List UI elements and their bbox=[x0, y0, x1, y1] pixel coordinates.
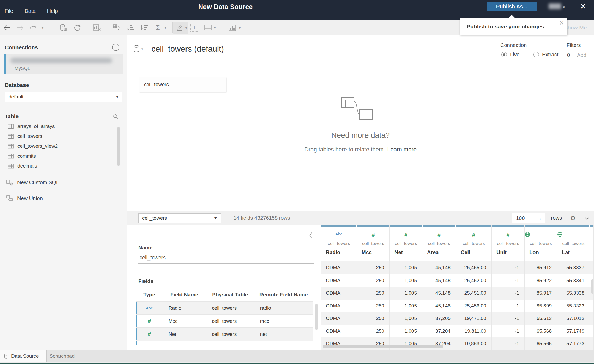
grid-row: CDMA2501,00545,14825,455.00-185.91255.33… bbox=[321, 261, 594, 274]
clear-sheet-icon[interactable] bbox=[93, 24, 101, 31]
grid-column-header[interactable]: Abccell_towersRadio bbox=[321, 225, 357, 261]
fields-col-remote-field-name[interactable]: Remote Field Name bbox=[254, 288, 313, 301]
show-me-button[interactable]: Show Me bbox=[564, 20, 587, 35]
grid-column-header[interactable]: #cell_towersArea bbox=[422, 225, 456, 261]
gear-icon[interactable]: ⚙ bbox=[570, 211, 576, 225]
tab-data-source[interactable]: Data Source bbox=[0, 350, 47, 362]
menu-help[interactable]: Help bbox=[47, 8, 58, 14]
grid-cell-partial bbox=[590, 312, 594, 325]
show-mark-labels-icon[interactable] bbox=[228, 24, 236, 31]
field-row[interactable]: # Mcc cell_towers mcc bbox=[136, 314, 313, 327]
totals-caret-icon[interactable]: ▾ bbox=[165, 26, 166, 29]
row-count-input[interactable] bbox=[512, 215, 531, 221]
toolbar-divider bbox=[55, 22, 55, 33]
refresh-icon[interactable] bbox=[74, 24, 81, 31]
sidebar-table-item[interactable]: decimals bbox=[0, 161, 127, 171]
grid-column-header[interactable]: #cell_towersMcc bbox=[357, 225, 390, 261]
column-field-name: Lat bbox=[562, 249, 570, 255]
sidebar-table-item[interactable]: cell_towers bbox=[0, 131, 127, 141]
chevron-down-icon: ▼ bbox=[214, 216, 217, 220]
totals-icon[interactable]: Σ bbox=[156, 24, 160, 31]
column-field-name: Unit bbox=[496, 249, 507, 255]
tab-scratchpad[interactable]: Scratchpad bbox=[50, 350, 75, 362]
datasource-caret-icon[interactable]: ▾ bbox=[141, 47, 143, 51]
relationship-canvas: ▾ cell_towers (default) Connection Live … bbox=[127, 35, 594, 211]
sort-ascending-icon[interactable] bbox=[127, 24, 134, 31]
extract-radio[interactable]: Extract bbox=[533, 52, 558, 58]
marks-caret-icon[interactable]: ▾ bbox=[239, 26, 241, 29]
datasource-title[interactable]: cell_towers (default) bbox=[152, 44, 224, 54]
topbar-divider bbox=[544, 0, 544, 20]
add-connection-icon[interactable] bbox=[112, 43, 120, 51]
column-table-name: cell_towers bbox=[492, 241, 524, 246]
tooltip-close-icon[interactable]: × bbox=[560, 19, 564, 27]
redo-icon[interactable] bbox=[16, 25, 24, 31]
connection-item[interactable]: MySQL bbox=[4, 54, 123, 74]
learn-more-link[interactable]: Learn more bbox=[387, 146, 417, 153]
fields-col-physical-table[interactable]: Physical Table bbox=[206, 288, 254, 301]
collapse-panel-icon[interactable] bbox=[309, 232, 312, 238]
field-row[interactable]: Abc Radio cell_towers radio bbox=[136, 301, 313, 314]
publish-as-button[interactable]: Publish As... bbox=[487, 2, 537, 11]
grid-cell: 55.3337 bbox=[557, 261, 590, 274]
replay-icon[interactable] bbox=[29, 25, 37, 31]
format-borders-icon[interactable] bbox=[204, 25, 212, 31]
grid-cell: -1 bbox=[492, 325, 525, 338]
table-grid-icon bbox=[8, 124, 14, 129]
new-custom-sql-button[interactable]: New Custom SQL bbox=[0, 177, 127, 188]
database-select[interactable]: default ▾ bbox=[5, 92, 122, 102]
preview-table-select[interactable]: cell_towers ▼ bbox=[138, 213, 221, 223]
grid-cell: -1 bbox=[492, 261, 525, 274]
column-accent-bar bbox=[390, 225, 422, 227]
fields-scrollbar[interactable] bbox=[315, 304, 318, 330]
grid-cell: 19,863.00 bbox=[456, 337, 492, 350]
sidebar-table-item[interactable]: cell_towers_view2 bbox=[0, 141, 127, 151]
grid-column-header[interactable]: #cell_towersCell bbox=[456, 225, 492, 261]
highlight-icon[interactable] bbox=[176, 24, 183, 31]
pause-updates-icon[interactable] bbox=[60, 24, 67, 31]
highlight-caret-icon[interactable]: ▾ bbox=[185, 26, 187, 29]
fields-col-field-name[interactable]: Field Name bbox=[163, 288, 206, 301]
user-avatar[interactable] bbox=[549, 3, 561, 9]
apply-row-count-icon[interactable]: → bbox=[537, 215, 545, 221]
sidebar-table-item[interactable]: commits bbox=[0, 151, 127, 161]
field-row[interactable]: # Net cell_towers net bbox=[136, 327, 313, 341]
text-box-icon[interactable]: T bbox=[190, 24, 198, 32]
swap-rows-columns-icon[interactable] bbox=[113, 24, 121, 31]
canvas-table-object[interactable]: cell_towers bbox=[139, 77, 226, 92]
database-cylinder-icon[interactable] bbox=[134, 45, 140, 53]
row-count-field[interactable]: → bbox=[512, 213, 545, 223]
grid-column-header[interactable]: #cell_towersUnit bbox=[492, 225, 525, 261]
live-radio[interactable]: Live bbox=[501, 52, 520, 58]
fields-col-type[interactable]: Type bbox=[136, 288, 163, 301]
name-label: Name bbox=[138, 245, 152, 251]
replay-caret-icon[interactable]: ▾ bbox=[42, 26, 44, 29]
empty-state-body: Drag tables here to relate them.Learn mo… bbox=[127, 146, 594, 153]
grid-cell: -1 bbox=[492, 287, 525, 300]
sidebar-table-item[interactable]: arrays_of_arrays bbox=[0, 121, 127, 131]
filters-add-button[interactable]: Add bbox=[577, 52, 586, 58]
grid-horizontal-scrollbar[interactable] bbox=[323, 345, 443, 348]
new-union-button[interactable]: New Union bbox=[0, 193, 127, 204]
field-name-cell: Net bbox=[163, 328, 206, 341]
search-icon[interactable] bbox=[113, 114, 119, 120]
format-caret-icon[interactable]: ▾ bbox=[214, 26, 216, 29]
menu-file[interactable]: File bbox=[5, 8, 13, 14]
menu-data[interactable]: Data bbox=[25, 8, 35, 14]
grid-cell: -1 bbox=[492, 274, 525, 287]
sort-descending-icon[interactable] bbox=[140, 24, 148, 31]
physical-table-cell: cell_towers bbox=[206, 302, 254, 314]
grid-column-header[interactable]: cell_towersLon bbox=[525, 225, 557, 261]
tableau-web-authoring-window: File Data Help New Data Source Publish A… bbox=[0, 0, 594, 364]
fields-table: Type Field Name Physical Table Remote Fi… bbox=[136, 288, 313, 345]
name-value[interactable]: cell_towers bbox=[140, 255, 166, 261]
table-list-scrollbar[interactable] bbox=[117, 127, 120, 166]
fields-table-body: Abc Radio cell_towers radio # Mcc cell_t… bbox=[136, 301, 313, 341]
collapse-preview-icon[interactable] bbox=[584, 217, 590, 220]
user-menu-caret-icon[interactable]: ▾ bbox=[563, 5, 565, 9]
grid-column-header[interactable]: #cell_towersNet bbox=[390, 225, 422, 261]
close-icon[interactable]: × bbox=[580, 1, 586, 13]
undo-icon[interactable] bbox=[3, 25, 11, 31]
grid-vertical-scrollbar[interactable] bbox=[591, 279, 593, 294]
grid-column-header[interactable]: cell_towersLat bbox=[557, 225, 590, 261]
